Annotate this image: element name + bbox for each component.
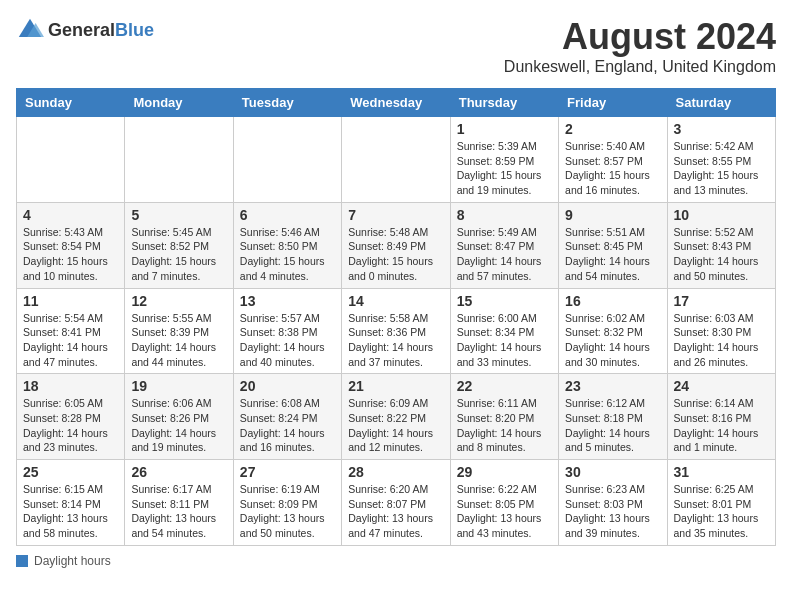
day-number: 20: [240, 378, 335, 394]
calendar-cell: 23Sunrise: 6:12 AM Sunset: 8:18 PM Dayli…: [559, 374, 667, 460]
day-info: Sunrise: 5:45 AM Sunset: 8:52 PM Dayligh…: [131, 225, 226, 284]
calendar-cell: 16Sunrise: 6:02 AM Sunset: 8:32 PM Dayli…: [559, 288, 667, 374]
calendar-cell: 24Sunrise: 6:14 AM Sunset: 8:16 PM Dayli…: [667, 374, 775, 460]
logo-general: General: [48, 20, 115, 41]
header-cell-sunday: Sunday: [17, 89, 125, 117]
header-cell-wednesday: Wednesday: [342, 89, 450, 117]
page-title: August 2024: [504, 16, 776, 58]
day-info: Sunrise: 5:43 AM Sunset: 8:54 PM Dayligh…: [23, 225, 118, 284]
day-number: 4: [23, 207, 118, 223]
calendar-cell: 18Sunrise: 6:05 AM Sunset: 8:28 PM Dayli…: [17, 374, 125, 460]
day-number: 22: [457, 378, 552, 394]
day-info: Sunrise: 5:55 AM Sunset: 8:39 PM Dayligh…: [131, 311, 226, 370]
day-info: Sunrise: 5:42 AM Sunset: 8:55 PM Dayligh…: [674, 139, 769, 198]
footer-label: Daylight hours: [34, 554, 111, 568]
logo: General Blue: [16, 16, 154, 44]
week-row-2: 4Sunrise: 5:43 AM Sunset: 8:54 PM Daylig…: [17, 202, 776, 288]
day-info: Sunrise: 6:03 AM Sunset: 8:30 PM Dayligh…: [674, 311, 769, 370]
calendar-cell: 27Sunrise: 6:19 AM Sunset: 8:09 PM Dayli…: [233, 460, 341, 546]
day-number: 21: [348, 378, 443, 394]
logo-icon: [16, 16, 44, 44]
calendar-cell: 26Sunrise: 6:17 AM Sunset: 8:11 PM Dayli…: [125, 460, 233, 546]
day-info: Sunrise: 5:40 AM Sunset: 8:57 PM Dayligh…: [565, 139, 660, 198]
day-number: 19: [131, 378, 226, 394]
day-info: Sunrise: 5:48 AM Sunset: 8:49 PM Dayligh…: [348, 225, 443, 284]
header-cell-monday: Monday: [125, 89, 233, 117]
day-number: 15: [457, 293, 552, 309]
header: General Blue August 2024 Dunkeswell, Eng…: [16, 16, 776, 76]
week-row-3: 11Sunrise: 5:54 AM Sunset: 8:41 PM Dayli…: [17, 288, 776, 374]
day-info: Sunrise: 6:05 AM Sunset: 8:28 PM Dayligh…: [23, 396, 118, 455]
day-number: 18: [23, 378, 118, 394]
day-number: 8: [457, 207, 552, 223]
calendar-cell: 22Sunrise: 6:11 AM Sunset: 8:20 PM Dayli…: [450, 374, 558, 460]
day-info: Sunrise: 6:02 AM Sunset: 8:32 PM Dayligh…: [565, 311, 660, 370]
day-info: Sunrise: 5:58 AM Sunset: 8:36 PM Dayligh…: [348, 311, 443, 370]
day-number: 12: [131, 293, 226, 309]
footer-note: Daylight hours: [16, 554, 776, 568]
day-number: 17: [674, 293, 769, 309]
day-info: Sunrise: 5:46 AM Sunset: 8:50 PM Dayligh…: [240, 225, 335, 284]
week-row-1: 1Sunrise: 5:39 AM Sunset: 8:59 PM Daylig…: [17, 117, 776, 203]
day-number: 2: [565, 121, 660, 137]
day-info: Sunrise: 5:51 AM Sunset: 8:45 PM Dayligh…: [565, 225, 660, 284]
day-number: 3: [674, 121, 769, 137]
calendar-cell: 11Sunrise: 5:54 AM Sunset: 8:41 PM Dayli…: [17, 288, 125, 374]
day-info: Sunrise: 6:08 AM Sunset: 8:24 PM Dayligh…: [240, 396, 335, 455]
page-subtitle: Dunkeswell, England, United Kingdom: [504, 58, 776, 76]
day-info: Sunrise: 5:57 AM Sunset: 8:38 PM Dayligh…: [240, 311, 335, 370]
day-info: Sunrise: 6:22 AM Sunset: 8:05 PM Dayligh…: [457, 482, 552, 541]
day-number: 29: [457, 464, 552, 480]
day-info: Sunrise: 6:15 AM Sunset: 8:14 PM Dayligh…: [23, 482, 118, 541]
calendar-cell: 31Sunrise: 6:25 AM Sunset: 8:01 PM Dayli…: [667, 460, 775, 546]
header-cell-tuesday: Tuesday: [233, 89, 341, 117]
day-info: Sunrise: 5:39 AM Sunset: 8:59 PM Dayligh…: [457, 139, 552, 198]
calendar-cell: 20Sunrise: 6:08 AM Sunset: 8:24 PM Dayli…: [233, 374, 341, 460]
day-number: 10: [674, 207, 769, 223]
calendar-cell: 3Sunrise: 5:42 AM Sunset: 8:55 PM Daylig…: [667, 117, 775, 203]
day-info: Sunrise: 6:12 AM Sunset: 8:18 PM Dayligh…: [565, 396, 660, 455]
day-info: Sunrise: 5:52 AM Sunset: 8:43 PM Dayligh…: [674, 225, 769, 284]
day-number: 11: [23, 293, 118, 309]
header-cell-friday: Friday: [559, 89, 667, 117]
calendar-cell: 29Sunrise: 6:22 AM Sunset: 8:05 PM Dayli…: [450, 460, 558, 546]
calendar-cell: 9Sunrise: 5:51 AM Sunset: 8:45 PM Daylig…: [559, 202, 667, 288]
day-info: Sunrise: 6:19 AM Sunset: 8:09 PM Dayligh…: [240, 482, 335, 541]
day-info: Sunrise: 6:20 AM Sunset: 8:07 PM Dayligh…: [348, 482, 443, 541]
calendar-cell: 7Sunrise: 5:48 AM Sunset: 8:49 PM Daylig…: [342, 202, 450, 288]
week-row-5: 25Sunrise: 6:15 AM Sunset: 8:14 PM Dayli…: [17, 460, 776, 546]
day-number: 24: [674, 378, 769, 394]
calendar-cell: 12Sunrise: 5:55 AM Sunset: 8:39 PM Dayli…: [125, 288, 233, 374]
day-number: 16: [565, 293, 660, 309]
day-number: 6: [240, 207, 335, 223]
day-info: Sunrise: 6:23 AM Sunset: 8:03 PM Dayligh…: [565, 482, 660, 541]
calendar-cell: 15Sunrise: 6:00 AM Sunset: 8:34 PM Dayli…: [450, 288, 558, 374]
calendar-cell: 30Sunrise: 6:23 AM Sunset: 8:03 PM Dayli…: [559, 460, 667, 546]
calendar-cell: [233, 117, 341, 203]
day-number: 27: [240, 464, 335, 480]
calendar-cell: [125, 117, 233, 203]
day-number: 14: [348, 293, 443, 309]
calendar-cell: 5Sunrise: 5:45 AM Sunset: 8:52 PM Daylig…: [125, 202, 233, 288]
calendar-cell: 6Sunrise: 5:46 AM Sunset: 8:50 PM Daylig…: [233, 202, 341, 288]
day-number: 9: [565, 207, 660, 223]
header-cell-saturday: Saturday: [667, 89, 775, 117]
day-info: Sunrise: 6:17 AM Sunset: 8:11 PM Dayligh…: [131, 482, 226, 541]
calendar-cell: 28Sunrise: 6:20 AM Sunset: 8:07 PM Dayli…: [342, 460, 450, 546]
day-number: 30: [565, 464, 660, 480]
calendar-cell: 14Sunrise: 5:58 AM Sunset: 8:36 PM Dayli…: [342, 288, 450, 374]
day-number: 25: [23, 464, 118, 480]
week-row-4: 18Sunrise: 6:05 AM Sunset: 8:28 PM Dayli…: [17, 374, 776, 460]
day-info: Sunrise: 6:06 AM Sunset: 8:26 PM Dayligh…: [131, 396, 226, 455]
day-number: 5: [131, 207, 226, 223]
day-info: Sunrise: 5:49 AM Sunset: 8:47 PM Dayligh…: [457, 225, 552, 284]
calendar-cell: 1Sunrise: 5:39 AM Sunset: 8:59 PM Daylig…: [450, 117, 558, 203]
day-number: 26: [131, 464, 226, 480]
day-info: Sunrise: 6:25 AM Sunset: 8:01 PM Dayligh…: [674, 482, 769, 541]
calendar-table: SundayMondayTuesdayWednesdayThursdayFrid…: [16, 88, 776, 546]
day-number: 28: [348, 464, 443, 480]
day-info: Sunrise: 6:09 AM Sunset: 8:22 PM Dayligh…: [348, 396, 443, 455]
calendar-cell: 19Sunrise: 6:06 AM Sunset: 8:26 PM Dayli…: [125, 374, 233, 460]
day-info: Sunrise: 5:54 AM Sunset: 8:41 PM Dayligh…: [23, 311, 118, 370]
calendar-cell: 4Sunrise: 5:43 AM Sunset: 8:54 PM Daylig…: [17, 202, 125, 288]
